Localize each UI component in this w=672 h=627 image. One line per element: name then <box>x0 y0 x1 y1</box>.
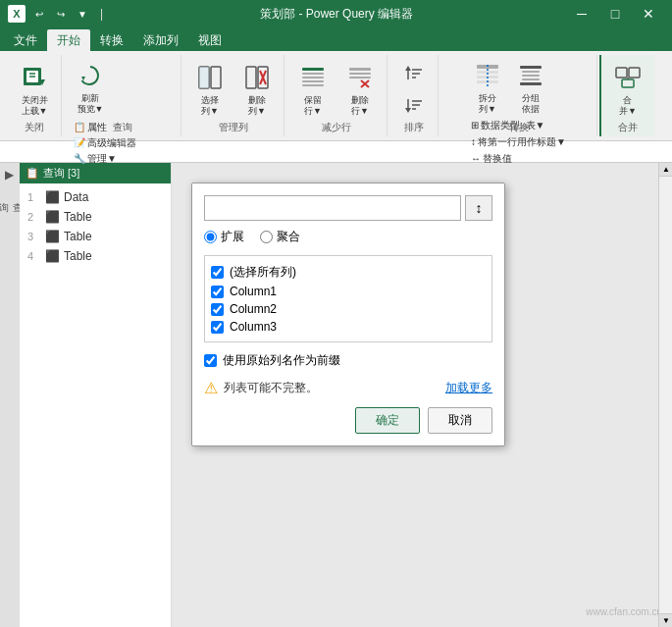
manage-button[interactable]: 🔧 管理▼ <box>70 151 121 167</box>
query-item-table-1[interactable]: 2 ⬛ Table <box>20 207 171 227</box>
dialog-search-input[interactable] <box>204 195 461 221</box>
tab-view[interactable]: 视图 <box>188 29 232 51</box>
excel-app-icon: X <box>8 5 26 23</box>
sidebar-queries-icon[interactable]: 查询 <box>2 186 18 202</box>
close-button[interactable]: ✕ <box>633 0 664 27</box>
radio-expand[interactable]: 扩展 <box>204 229 244 245</box>
use-prefix-label: 使用原始列名作为前缀 <box>223 352 340 369</box>
radio-aggregate-input[interactable] <box>260 231 273 243</box>
dialog-buttons: 确定 取消 <box>204 407 492 434</box>
transform-top: 拆分列▼ 分组依据 <box>467 57 570 118</box>
manage-icon: 🔧 <box>74 153 85 164</box>
maximize-button[interactable]: □ <box>599 0 631 27</box>
checkbox-column3-input[interactable] <box>211 321 224 334</box>
query-row-4: 🔧 管理▼ <box>70 151 175 167</box>
scroll-down-arrow[interactable]: ▼ <box>659 613 672 627</box>
title-bar: X ↩ ↪ ▼ | 策划部 - Power Query 编辑器 ─ □ ✕ <box>0 0 672 27</box>
delete-columns-button[interactable]: 删除列▼ <box>236 59 278 120</box>
ribbon-group-transform: 拆分列▼ 分组依据 ⊞ 数据类型: 表▼ ↕ 将第一行用作标题▼ <box>440 55 597 136</box>
advanced-editor-icon: 📝 <box>74 137 85 148</box>
select-columns-button[interactable]: 选择列▼ <box>189 59 231 120</box>
warning-icon: ⚠ <box>204 379 218 397</box>
ribbon-group-close: 关闭并上载▼ 关闭 <box>8 55 62 136</box>
ribbon-content: 关闭并上载▼ 关闭 刷新预览▼ 📋 属性 <box>0 51 672 141</box>
checkbox-column1-input[interactable] <box>211 286 224 298</box>
delete-columns-label: 删除列▼ <box>248 95 266 117</box>
close-upload-label: 关闭并上载▼ <box>22 95 48 117</box>
checkbox-column3[interactable]: Column3 <box>211 318 486 336</box>
radio-expand-input[interactable] <box>204 231 217 243</box>
select-columns-icon <box>194 62 226 93</box>
ok-button[interactable]: 确定 <box>355 407 420 434</box>
window-title: 策划部 - Power Query 编辑器 <box>107 6 566 23</box>
minimize-button[interactable]: ─ <box>566 0 597 27</box>
query-item-num-2: 2 <box>27 211 41 223</box>
svg-marker-29 <box>405 108 411 113</box>
checkbox-select-all[interactable]: (选择所有列) <box>211 262 486 283</box>
sidebar-expand-btn[interactable]: ▶ <box>2 167 18 183</box>
ribbon-group-reduce-rows: 保留行▼ 删除行▼ 减少行 <box>286 55 388 136</box>
split-column-button[interactable]: 拆分列▼ <box>467 57 508 118</box>
delete-rows-button[interactable]: 删除行▼ <box>339 59 381 120</box>
svg-rect-42 <box>520 82 542 85</box>
dialog-search-button[interactable]: ↕ <box>465 195 492 221</box>
svg-marker-5 <box>81 77 85 80</box>
quick-access-dropdown[interactable]: ▼ <box>73 4 92 24</box>
load-more-link[interactable]: 加载更多 <box>445 380 492 396</box>
svg-rect-38 <box>520 66 542 69</box>
ribbon-tab-bar: 文件 开始 转换 添加列 视图 <box>0 27 672 51</box>
transform-group-label: 转换 <box>440 121 596 134</box>
tab-file[interactable]: 文件 <box>4 29 47 51</box>
query-item-num-1: 1 <box>27 191 41 203</box>
query-row-1: 刷新预览▼ <box>70 57 175 118</box>
sort-asc-button[interactable] <box>396 59 432 88</box>
query-item-table-2[interactable]: 3 ⬛ Table <box>20 227 171 246</box>
scroll-up-arrow[interactable]: ▲ <box>659 163 672 177</box>
cancel-button[interactable]: 取消 <box>428 407 492 434</box>
svg-rect-15 <box>302 77 324 78</box>
checkbox-column2-label: Column2 <box>230 302 277 316</box>
query-item-name-4: Table <box>64 249 92 263</box>
first-row-header-button[interactable]: ↕ 将第一行用作标题▼ <box>467 134 570 150</box>
split-column-icon <box>472 60 503 91</box>
group-by-label: 分组依据 <box>522 93 540 115</box>
svg-rect-20 <box>349 77 371 78</box>
svg-marker-24 <box>405 66 411 71</box>
query-item-name-3: Table <box>64 230 92 243</box>
checkbox-column2-input[interactable] <box>211 303 224 316</box>
keep-rows-button[interactable]: 保留行▼ <box>292 59 334 120</box>
checkbox-column2[interactable]: Column2 <box>211 300 486 318</box>
delete-rows-label: 删除行▼ <box>351 95 369 117</box>
svg-rect-17 <box>302 84 324 86</box>
redo-button[interactable]: ↪ <box>51 4 71 24</box>
merge-button[interactable]: 合并▼ <box>607 59 648 120</box>
advanced-editor-button[interactable]: 📝 高级编辑器 <box>70 135 140 151</box>
tab-transform[interactable]: 转换 <box>90 29 133 51</box>
keep-rows-icon <box>297 62 329 93</box>
group-by-button[interactable]: 分组依据 <box>510 57 551 118</box>
sort-desc-button[interactable] <box>396 90 432 120</box>
delete-rows-icon <box>344 62 376 93</box>
close-group-label: 关闭 <box>8 121 61 134</box>
svg-rect-45 <box>622 79 634 87</box>
tab-add-column[interactable]: 添加列 <box>133 29 188 51</box>
checkbox-column1[interactable]: Column1 <box>211 283 486 300</box>
dialog-search-section: ↕ <box>204 195 492 221</box>
query-item-table-3[interactable]: 4 ⬛ Table <box>20 246 171 266</box>
dialog-use-prefix: 使用原始列名作为前缀 <box>204 352 492 369</box>
use-prefix-checkbox[interactable] <box>204 354 217 367</box>
undo-button[interactable]: ↩ <box>29 4 49 24</box>
query-table-icon-2: ⬛ <box>45 210 60 224</box>
sort-asc-icon <box>402 62 426 85</box>
query-item-data[interactable]: 1 ⬛ Data <box>20 187 171 207</box>
merge-label: 合并▼ <box>619 95 637 117</box>
query-item-num-4: 4 <box>27 250 41 262</box>
warning-text: 列表可能不完整。 <box>224 380 318 396</box>
refresh-label: 刷新预览▼ <box>78 93 104 115</box>
query-item-name-1: Data <box>64 190 88 204</box>
close-upload-button[interactable]: 关闭并上载▼ <box>14 59 55 120</box>
tab-home[interactable]: 开始 <box>47 29 90 51</box>
refresh-button[interactable]: 刷新预览▼ <box>70 57 111 118</box>
checkbox-select-all-input[interactable] <box>211 266 224 279</box>
radio-aggregate[interactable]: 聚合 <box>260 229 300 245</box>
